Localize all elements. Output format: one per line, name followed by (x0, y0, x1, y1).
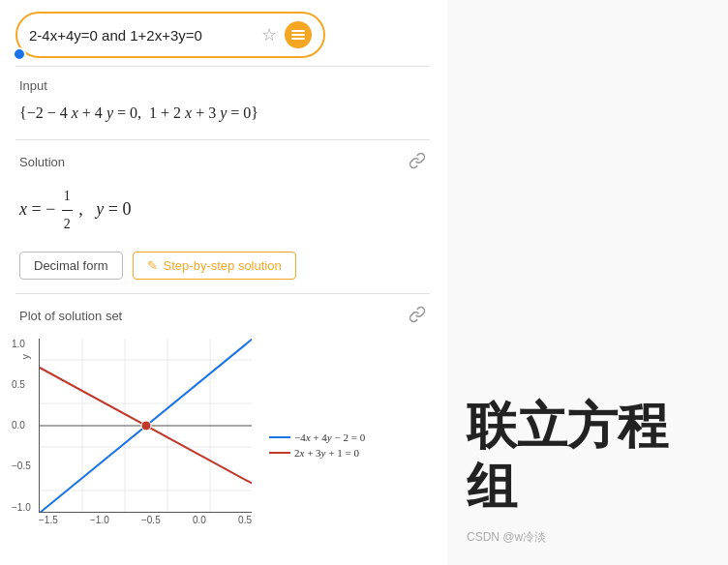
svg-rect-0 (291, 30, 305, 32)
solution-label: Solution (19, 155, 65, 169)
chart-wrapper: 1.0 0.5 0.0 −0.5 −1.0 (39, 339, 252, 525)
plot-section: Plot of solution set y 1.0 0.5 0.0 (0, 294, 445, 525)
solution-header: Solution (19, 152, 426, 173)
search-bar[interactable]: 2-4x+4y=0 and 1+2x+3y=0 ☆ (15, 12, 325, 58)
plot-link-icon[interactable] (409, 306, 426, 327)
star-icon[interactable]: ☆ (261, 24, 277, 45)
x-tick-labels: −1.5 −1.0 −0.5 0.0 0.5 (39, 515, 252, 525)
step-by-step-button[interactable]: ✎ Step-by-step solution (133, 252, 296, 280)
y-tick-labels: 1.0 0.5 0.0 −0.5 −1.0 (12, 339, 31, 513)
x-tick-2: −1.0 (90, 515, 109, 525)
y-tick-3: 0.0 (12, 420, 31, 431)
chart-svg (39, 339, 252, 513)
legend-label-2: 2x + 3y + 1 = 0 (294, 447, 359, 459)
svg-rect-2 (291, 38, 305, 40)
x-tick-3: −0.5 (141, 515, 161, 525)
input-section: Input {−2 − 4 x + 4 y = 0, 1 + 2 x + 3 y… (0, 67, 445, 139)
svg-point-14 (141, 421, 151, 431)
y-tick-1: 1.0 (12, 339, 31, 349)
y-tick-4: −0.5 (12, 461, 31, 471)
right-panel: 联立方程组 CSDN @w冷淡 (447, 0, 728, 565)
solution-section: Solution x = − 1 2 , y = 0 Decimal form (0, 140, 445, 293)
y-tick-5: −1.0 (12, 502, 31, 513)
chinese-title: 联立方程组 (467, 397, 709, 518)
input-expression: {−2 − 4 x + 4 y = 0, 1 + 2 x + 3 y = 0} (19, 101, 426, 126)
legend-item-2: 2x + 3y + 1 = 0 (269, 447, 365, 459)
fraction: 1 2 (62, 183, 73, 238)
step-by-step-label: Step-by-step solution (164, 258, 282, 273)
legend-label-1: −4x + 4y − 2 = 0 (294, 431, 365, 443)
search-area: 2-4x+4y=0 and 1+2x+3y=0 ☆ (0, 0, 445, 66)
plot-container: y 1.0 0.5 0.0 −0.5 −1.0 (19, 335, 426, 525)
legend-item-1: −4x + 4y − 2 = 0 (269, 431, 365, 443)
fraction-denominator: 2 (62, 211, 73, 238)
decimal-form-button[interactable]: Decimal form (19, 252, 123, 280)
y-tick-2: 0.5 (12, 379, 31, 390)
x-tick-4: 0.0 (193, 515, 206, 525)
fraction-numerator: 1 (62, 183, 73, 211)
solution-link-icon[interactable] (409, 152, 426, 173)
blue-dot-indicator (13, 47, 26, 61)
plot-header: Plot of solution set (19, 306, 426, 327)
menu-icon[interactable] (285, 21, 312, 48)
svg-rect-1 (291, 34, 305, 36)
search-input[interactable]: 2-4x+4y=0 and 1+2x+3y=0 (29, 27, 254, 44)
legend-line-blue (269, 436, 290, 438)
edit-icon: ✎ (147, 258, 158, 273)
input-label: Input (19, 78, 426, 93)
csdn-watermark: CSDN @w冷淡 (467, 529, 709, 546)
legend: −4x + 4y − 2 = 0 2x + 3y + 1 = 0 (269, 431, 365, 462)
plot-label: Plot of solution set (19, 309, 122, 323)
solution-buttons: Decimal form ✎ Step-by-step solution (19, 252, 426, 280)
solution-math: x = − 1 2 , y = 0 (19, 183, 426, 238)
x-tick-1: −1.5 (39, 515, 58, 525)
x-tick-5: 0.5 (238, 515, 252, 525)
legend-line-red (269, 452, 290, 454)
